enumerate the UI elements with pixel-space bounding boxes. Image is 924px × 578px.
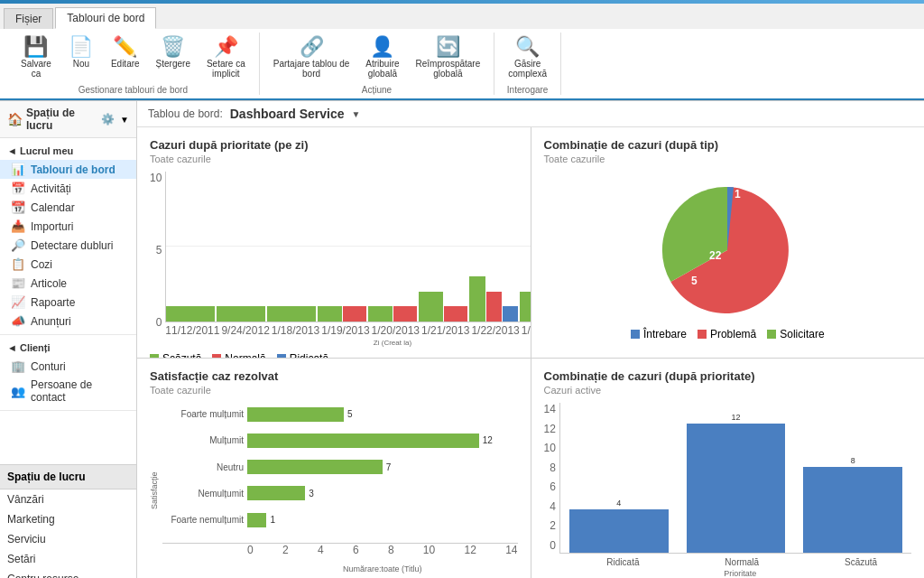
dashboard-title[interactable]: Dashboard Service [230,107,345,121]
vbar2-bar-0 [569,509,669,553]
chart-satisfaction-title: Satisfacție caz rezolvat [150,369,518,383]
content-header: Tablou de bord: Dashboard Service ▼ [137,101,924,127]
partajare-button[interactable]: 🔗 Partajare tablou debord [267,33,356,83]
chart-type-subtitle: Toate cazurile [544,154,912,164]
vbar2-xlabel-2: Scăzută [810,557,911,567]
salvare-ca-button[interactable]: 💾 Salvareca [14,33,58,83]
hbar-bar-4 [247,513,266,527]
content-area: Tablou de bord: Dashboard Service ▼ Cazu… [137,101,924,578]
chart-satisfaction-subtitle: Toate cazurile [150,385,518,396]
group-label-actiune: Acțiune [267,85,486,95]
setare-button[interactable]: 📌 Setare caimplicit [200,33,252,83]
nav-setari[interactable]: Setări [0,549,136,569]
sidebar-item-label: Activități [31,182,71,195]
hbar-label-0: Foarte mulțumit [162,409,244,419]
assign-icon: 👤 [370,37,394,57]
bar-low-6 [469,276,485,322]
gasire-button[interactable]: 🔍 Găsirecomplexă [502,33,553,83]
hbar-bar-2 [247,460,383,474]
sidebar-item-tablouri[interactable]: 📊 Tablouri de bord [0,160,136,179]
legend-label-high: Ridicată [290,352,328,358]
sidebar-item-rapoarte[interactable]: 📈 Rapoarte [0,293,136,312]
legend-label-normal: Normală [225,352,265,358]
bar-low-2 [267,306,316,322]
sidebar-item-label: Calendar [31,201,75,214]
sidebar-item-importuri[interactable]: 📥 Importuri [0,217,136,236]
bar-low-7 [520,292,530,322]
chart-priority-subtitle: Toate cazurile [150,154,518,164]
bar-normal-4 [393,306,418,322]
legend-low: Scăzută [150,352,201,358]
pie-svg: 22 5 1 [655,178,799,322]
vbar2-xlabel-1: Normală [691,557,792,567]
atribuire-button[interactable]: 👤 Atribuireglobală [359,33,405,83]
legend-normal: Normală [212,352,265,358]
dropdown-icon[interactable]: ▼ [120,115,129,125]
legend-color-problema [698,330,707,339]
chart-priority2-subtitle: Cazuri active [544,385,912,396]
chart-satisfaction: Satisfacție caz rezolvat Toate cazurile … [137,359,531,578]
legend-color-low [150,354,159,358]
vbar2-bars-area: 4 12 8 [559,403,911,554]
bar-normal-6 [486,292,502,322]
dashboard-icon: 📊 [11,163,25,176]
sidebar-item-detectare[interactable]: 🔎 Detectare dubluri [0,236,136,255]
pie-chart-area: 22 5 1 Întrebare Problemă [544,172,912,347]
stergere-button[interactable]: 🗑️ Ștergere [150,33,197,83]
nav-centru-resurse[interactable]: Centru resurse [0,569,136,578]
share-icon: 🔗 [300,37,324,57]
sidebar-item-activitati[interactable]: 📅 Activități [0,179,136,198]
tab-tablouri[interactable]: Tablouri de bord [55,7,156,29]
reimprospătare-button[interactable]: 🔄 Reîmprospătareglobală [410,33,487,83]
sidebar-item-conturi[interactable]: 🏢 Conturi [0,357,136,376]
hbar-area: Satisfacție Foarte mulțumit 5 Mulțumit [150,403,518,578]
hbar-bar-container-3: 3 [247,486,518,500]
legend-color-intrebare [631,330,640,339]
hbar-bar-3 [247,486,305,500]
sidebar-item-label: Detectare dubluri [31,239,113,252]
bar-group-5 [419,172,467,322]
hbar-x-axis-label: Numărare:toate (Titlu) [162,564,518,573]
new-icon: 📄 [69,37,93,57]
sidebar-item-label: Cozi [31,258,52,271]
import-icon: 📥 [11,219,25,233]
nav-vanzari[interactable]: Vânzări [0,489,136,509]
report-icon: 📈 [11,295,25,309]
hbar-bar-container-2: 7 [247,460,518,474]
nav-serviciu[interactable]: Serviciu [0,529,136,549]
hbar-row-0: Foarte mulțumit 5 [162,407,518,422]
sidebar-item-anunturi[interactable]: 📣 Anunțuri [0,312,136,331]
sidebar-item-calendar[interactable]: 📆 Calendar [0,198,136,217]
settings-icon[interactable]: ⚙️ [101,113,115,126]
delete-icon: 🗑️ [161,37,185,57]
sidebar-item-articole[interactable]: 📰 Articole [0,274,136,293]
hbar-label-2: Neutru [162,462,244,472]
nav-marketing[interactable]: Marketing [0,509,136,529]
chart-priority2-title: Combinație de cazuri (după prioritate) [544,369,912,383]
y-axis: 10 5 0 [150,172,165,347]
ribbon-group-gestionare: 💾 Salvareca 📄 Nou ✏️ Editare 🗑️ Ștergere… [7,33,260,95]
editare-button[interactable]: ✏️ Editare [105,33,146,83]
pie-legend: Întrebare Problemă Solicitare [631,328,825,340]
bar-group-7 [520,172,530,322]
search-icon: 🔍 [515,37,540,57]
sidebar-item-cozi[interactable]: 📋 Cozi [0,255,136,274]
hbar-label-3: Nemulțumit [162,489,244,499]
house-icon: 🏠 [7,112,23,126]
vbar2-inner: 14 12 10 8 6 4 2 0 4 [544,403,912,554]
hbar-x-axis: 0 2 4 6 8 10 12 14 [162,543,518,556]
vbar2-bar-2 [803,467,902,553]
hbar-bar-container-4: 1 [247,513,518,527]
legend-high: Ridicată [277,352,328,358]
sidebar-item-label: Conturi [31,360,66,373]
legend-solicitare: Solicitare [767,328,824,340]
hbar-value-2: 7 [386,462,392,472]
dashboard-dropdown-icon[interactable]: ▼ [352,109,361,119]
sidebar-item-persoane[interactable]: 👥 Persoane de contact [0,376,136,406]
hbar-row-4: Foarte nemulțumit 1 [162,513,518,527]
workspace-button[interactable]: Spațiu de lucru [0,465,136,489]
nou-button[interactable]: 📄 Nou [61,33,101,83]
tab-fisier[interactable]: Fișier [4,8,53,29]
hbar-value-3: 3 [309,489,314,499]
vbar2-x-labels: Ridicată Normală Scăzută [544,554,912,567]
